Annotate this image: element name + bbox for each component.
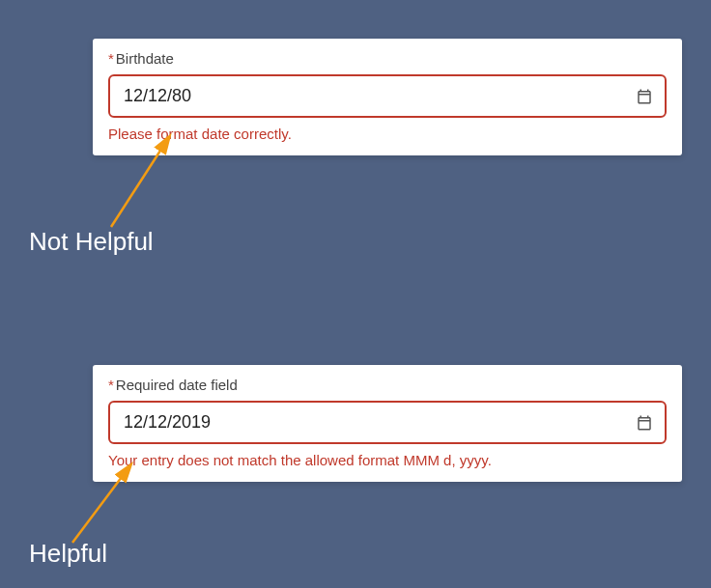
- required-asterisk: *: [108, 50, 114, 67]
- field-label: Birthdate: [116, 50, 174, 67]
- error-message: Your entry does not match the allowed fo…: [108, 452, 667, 468]
- caption-not-helpful: Not Helpful: [29, 227, 154, 257]
- date-input[interactable]: 12/12/2019: [108, 401, 667, 444]
- calendar-icon[interactable]: [636, 88, 653, 105]
- birthdate-input[interactable]: 12/12/80: [108, 74, 667, 118]
- form-card-not-helpful: *Birthdate 12/12/80 Please format date c…: [93, 39, 682, 155]
- field-label: Required date field: [116, 377, 238, 393]
- field-label-row: *Required date field: [108, 377, 667, 393]
- form-card-helpful: *Required date field 12/12/2019 Your ent…: [93, 365, 682, 482]
- calendar-icon[interactable]: [636, 414, 653, 432]
- required-asterisk: *: [108, 377, 114, 393]
- caption-helpful: Helpful: [29, 539, 107, 569]
- field-label-row: *Birthdate: [108, 50, 667, 67]
- input-value: 12/12/2019: [124, 412, 211, 432]
- input-value: 12/12/80: [124, 86, 191, 105]
- error-message: Please format date correctly.: [108, 126, 667, 142]
